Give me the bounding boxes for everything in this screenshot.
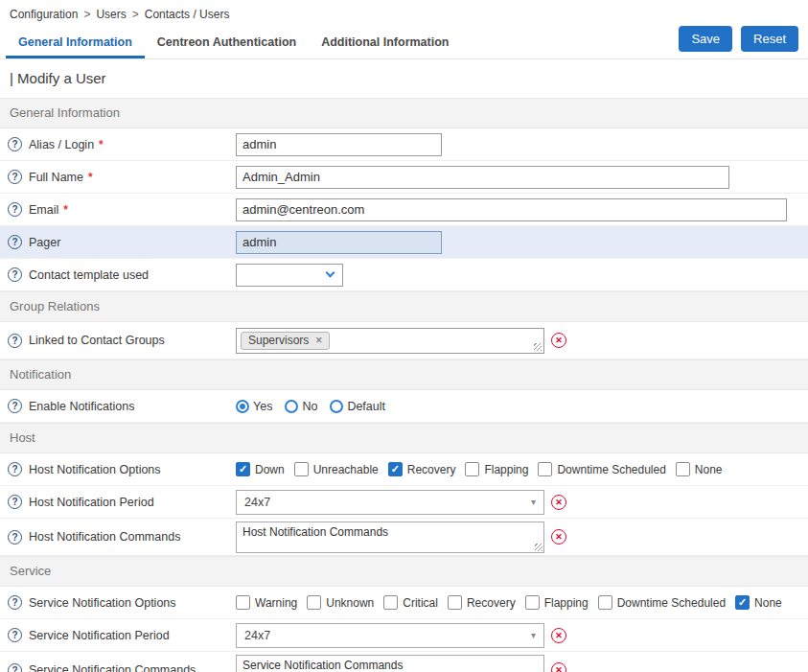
clear-field-icon[interactable]: ✕ <box>551 662 566 672</box>
breadcrumb-item-configuration[interactable]: Configuration <box>10 8 78 21</box>
form-row-enable-notifications: ? Enable Notifications Yes No Default <box>0 390 808 423</box>
help-icon[interactable]: ? <box>8 137 22 151</box>
form-row-full-name: ? Full Name * <box>0 161 808 194</box>
service-notification-commands-textarea[interactable]: Service Notification Commands <box>236 655 544 672</box>
form-row-service-notification-commands: ? Service Notification Commands Service … <box>0 652 808 672</box>
checkbox-option-downtime-scheduled[interactable]: Downtime Scheduled <box>598 595 726 610</box>
checkbox-label: Downtime Scheduled <box>617 596 726 610</box>
checkbox-option-none[interactable]: None <box>735 595 782 610</box>
help-icon[interactable]: ? <box>8 267 22 282</box>
full-name-input[interactable] <box>236 166 729 189</box>
checkbox-icon[interactable] <box>538 462 552 476</box>
dropdown-arrow-icon: ▾ <box>531 497 536 507</box>
email-input[interactable] <box>236 198 787 221</box>
help-icon[interactable]: ? <box>8 235 22 249</box>
checkbox-icon[interactable] <box>236 462 250 476</box>
checkbox-option-unreachable[interactable]: Unreachable <box>294 462 379 476</box>
radio-icon[interactable] <box>236 400 249 413</box>
tab-centreon-authentication[interactable]: Centreon Authentication <box>145 27 309 58</box>
required-marker: * <box>88 171 93 184</box>
checkbox-label: Recovery <box>467 596 516 610</box>
checkbox-icon[interactable] <box>307 595 321 610</box>
form-row-pager: ? Pager <box>0 226 808 259</box>
checkbox-icon[interactable] <box>676 462 690 476</box>
form-row-contact-template: ? Contact template used <box>0 259 808 291</box>
checkbox-option-unknown[interactable]: Unknown <box>307 595 374 610</box>
tab-additional-information[interactable]: Additional Information <box>309 27 461 58</box>
tab-bar: General Information Centreon Authenticat… <box>0 26 808 59</box>
section-title: Service <box>0 556 808 587</box>
service-notification-period-select[interactable]: 24x7 ▾ <box>236 623 544 648</box>
help-icon[interactable]: ? <box>8 334 22 348</box>
help-icon[interactable]: ? <box>8 399 22 413</box>
breadcrumb-item-users[interactable]: Users <box>96 8 126 21</box>
checkbox-label: Unknown <box>326 596 374 610</box>
help-icon[interactable]: ? <box>8 595 22 610</box>
checkbox-label: Flapping <box>484 463 528 476</box>
checkbox-option-warning[interactable]: Warning <box>236 595 297 610</box>
checkbox-option-down[interactable]: Down <box>236 462 285 476</box>
field-label: Full Name <box>29 171 83 184</box>
selected-value: 24x7 <box>244 629 270 642</box>
radio-option-default[interactable]: Default <box>330 400 385 413</box>
radio-icon[interactable] <box>285 400 298 413</box>
checkbox-icon[interactable] <box>448 595 462 610</box>
clear-field-icon[interactable]: ✕ <box>551 628 566 643</box>
reset-button[interactable]: Reset <box>741 26 798 52</box>
section-title: Notification <box>0 359 808 390</box>
radio-label: Default <box>347 400 385 413</box>
save-button[interactable]: Save <box>679 26 732 52</box>
checkbox-option-critical[interactable]: Critical <box>383 595 438 610</box>
checkbox-icon[interactable] <box>383 595 398 610</box>
checkbox-label: Warning <box>255 596 297 610</box>
help-icon[interactable]: ? <box>8 495 22 509</box>
contact-template-select[interactable] <box>236 264 343 287</box>
field-label: Host Notification Options <box>29 463 161 476</box>
checkbox-option-flapping[interactable]: Flapping <box>525 595 589 610</box>
checkbox-label: Down <box>255 463 285 476</box>
checkbox-label: None <box>695 463 723 476</box>
checkbox-option-downtime-scheduled[interactable]: Downtime Scheduled <box>538 462 665 476</box>
checkbox-icon[interactable] <box>735 595 750 610</box>
linked-contact-groups-input[interactable]: Supervisors × <box>236 328 544 354</box>
checkbox-option-recovery[interactable]: Recovery <box>448 595 516 610</box>
checkbox-icon[interactable] <box>525 595 540 610</box>
checkbox-icon[interactable] <box>465 462 479 476</box>
radio-label: Yes <box>253 400 272 413</box>
checkbox-option-none[interactable]: None <box>676 462 723 476</box>
checkbox-icon[interactable] <box>598 595 612 610</box>
field-label: Service Notification Options <box>29 596 176 610</box>
required-marker: * <box>99 138 104 151</box>
help-icon[interactable]: ? <box>8 530 22 545</box>
help-icon[interactable]: ? <box>8 170 22 184</box>
field-label: Pager <box>29 236 60 249</box>
selected-value: 24x7 <box>244 496 270 509</box>
alias-login-input[interactable] <box>236 133 442 156</box>
clear-field-icon[interactable]: ✕ <box>551 529 566 545</box>
pager-input[interactable] <box>236 231 442 254</box>
host-notification-commands-textarea[interactable]: Host Notification Commands <box>236 521 544 553</box>
help-icon[interactable]: ? <box>8 628 22 642</box>
checkbox-icon[interactable] <box>294 462 309 476</box>
radio-icon[interactable] <box>330 400 343 413</box>
breadcrumb-separator: > <box>83 8 90 21</box>
checkbox-option-recovery[interactable]: Recovery <box>388 462 456 476</box>
checkbox-icon[interactable] <box>236 595 250 610</box>
chip-remove-icon[interactable]: × <box>315 335 322 346</box>
help-icon[interactable]: ? <box>8 202 22 217</box>
clear-field-icon[interactable]: ✕ <box>551 333 566 348</box>
radio-option-yes[interactable]: Yes <box>236 400 272 413</box>
clear-field-icon[interactable]: ✕ <box>551 495 566 510</box>
checkbox-icon[interactable] <box>388 462 403 476</box>
radio-option-no[interactable]: No <box>285 400 317 413</box>
form-row-host-notification-period: ? Host Notification Period 24x7 ▾ ✕ <box>0 486 808 519</box>
checkbox-option-flapping[interactable]: Flapping <box>465 462 528 476</box>
form-row-service-notification-period: ? Service Notification Period 24x7 ▾ ✕ <box>0 619 808 652</box>
tab-general-information[interactable]: General Information <box>6 27 145 58</box>
section-title: Host <box>0 423 808 453</box>
help-icon[interactable]: ? <box>8 663 22 672</box>
selected-chip: Supervisors × <box>241 332 330 350</box>
help-icon[interactable]: ? <box>8 462 22 476</box>
breadcrumb-item-contacts-users[interactable]: Contacts / Users <box>145 8 230 21</box>
host-notification-period-select[interactable]: 24x7 ▾ <box>236 490 544 515</box>
